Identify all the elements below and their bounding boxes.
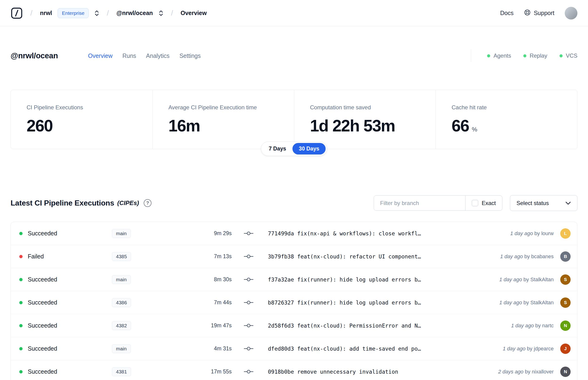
commit-icon [244,277,254,282]
cipe-row[interactable]: Succeeded main 4m 31s dfed80d3 feat(nx-c… [11,337,577,360]
exact-filter: Exact [465,196,502,210]
commit-message[interactable]: dfed80d3 feat(nx-cloud): add time-saved … [264,346,495,352]
exact-checkbox[interactable] [472,200,478,206]
avatar: N [560,367,570,377]
tab-overview[interactable]: Overview [88,53,113,59]
branch-badge[interactable]: 4382 [112,321,131,330]
stat-value: 260 [27,116,53,135]
avatar: B [560,251,570,262]
branch-badge[interactable]: 4381 [112,367,131,376]
cipe-duration: 9m 29s [163,230,234,237]
commit-icon [244,346,254,351]
cipe-row[interactable]: Succeeded main 9m 29s 771499da fix(nx-ap… [11,222,577,245]
status-replay[interactable]: Replay [523,53,547,59]
status-dot [487,54,490,57]
stat-label: Cache hit rate [452,104,572,111]
cipe-status: Succeeded [28,345,105,352]
breadcrumb-page: Overview [181,10,207,17]
cipe-row[interactable]: Succeeded 4386 7m 44s b8726327 fix(runne… [11,291,577,314]
top-navbar: / nrwl Enterprise / @nrwl/ocean / Overvi… [0,0,588,26]
cipe-meta: 2 days ago by nixallover [491,369,554,375]
status-agents[interactable]: Agents [487,53,511,59]
exact-label: Exact [482,200,496,207]
commit-message[interactable]: 771499da fix(nx-api & workflows): close … [264,230,503,237]
cipe-status: Succeeded [28,230,105,237]
branch-filter-group: Exact [374,195,502,211]
stat-card-ci-executions: CI Pipeline Executions 260 [11,90,152,149]
cipe-duration: 7m 13s [163,253,234,260]
range-30-days-button[interactable]: 30 Days [293,143,326,154]
breadcrumb: / nrwl Enterprise / @nrwl/ocean / Overvi… [11,7,207,19]
cipe-duration: 17m 55s [163,368,234,375]
status-label: Replay [530,53,547,59]
status-select-dropdown[interactable]: Select status [510,195,577,211]
enterprise-badge: Enterprise [58,8,89,18]
range-7-days-button[interactable]: 7 Days [262,143,292,154]
status-label: VCS [566,53,577,59]
commit-message[interactable]: 2d58f6d3 feat(nx-cloud): PermissionError… [264,323,504,329]
branch-badge[interactable]: main [112,229,131,238]
stat-value: 16m [168,116,200,135]
branch-badge[interactable]: 4385 [112,252,131,261]
stat-label: Average CI Pipeline Execution time [168,104,289,111]
branch-badge[interactable]: main [112,344,131,353]
commit-message[interactable]: b8726327 fix(runner): hide log upload er… [264,300,492,306]
stat-label: CI Pipeline Executions [27,104,148,111]
stat-card-cache-hit-rate: Cache hit rate 66% [436,90,577,149]
commit-icon [244,369,254,374]
branch-badge[interactable]: main [112,275,131,284]
cipe-meta: 1 day ago by StalkAltan [492,277,554,283]
cipe-meta: 1 day ago by nartc [504,323,554,329]
status-label: Agents [493,53,511,59]
cipe-row[interactable]: Succeeded 4381 17m 55s 0918b0be remove u… [11,360,577,380]
org-switcher-icon[interactable] [94,10,99,17]
commit-message[interactable]: f37a32ae fix(runner): hide log upload er… [264,277,492,283]
cipe-duration: 7m 44s [163,299,234,306]
date-range-toggle: 7 Days 30 Days [261,142,327,156]
tab-settings[interactable]: Settings [179,53,201,59]
cipes-header: Latest CI Pipeline Executions (CIPEs) ? … [0,195,588,211]
cipe-row[interactable]: Succeeded 4382 19m 47s 2d58f6d3 feat(nx-… [11,314,577,337]
breadcrumb-org[interactable]: nrwl [40,10,52,17]
cipes-title-suffix: (CIPEs) [117,199,139,207]
commit-message[interactable]: 3b79fb38 feat(nx-cloud): refactor UI com… [264,253,493,260]
breadcrumb-separator: / [169,9,175,18]
stat-card-time-saved: Computation time saved 1d 22h 53m [294,90,436,149]
docs-link[interactable]: Docs [500,10,513,17]
cipe-meta: 1 day ago by bcabanes [493,253,554,260]
commit-icon [244,231,254,236]
avatar: L [560,228,570,239]
status-dot [523,54,526,57]
status-vcs[interactable]: VCS [560,53,577,59]
breadcrumb-separator: / [105,9,111,18]
tab-runs[interactable]: Runs [122,53,136,59]
cipe-meta: 1 day ago by jdpearce [495,346,554,352]
lifebuoy-icon [524,9,531,18]
branch-filter-input[interactable] [374,196,465,210]
status-dot [19,301,23,304]
commit-icon [244,300,254,305]
support-link[interactable]: Support [524,9,554,18]
tab-analytics[interactable]: Analytics [146,53,170,59]
commit-message[interactable]: 0918b0be remove unnecessary invalidation [264,369,491,375]
cipe-meta: 1 day ago by lourw [503,230,554,237]
branch-badge[interactable]: 4386 [112,298,131,307]
help-icon[interactable]: ? [144,199,152,207]
commit-icon [244,254,254,259]
status-dot [19,232,23,235]
status-dot [19,324,23,327]
avatar: S [560,298,570,308]
cipe-row[interactable]: Failed 4385 7m 13s 3b79fb38 feat(nx-clou… [11,245,577,268]
workspace-tabs: Overview Runs Analytics Settings [88,53,201,59]
stat-value: 1d 22h 53m [310,116,395,135]
stats-cards: CI Pipeline Executions 260 Average CI Pi… [11,90,577,149]
user-avatar[interactable] [565,7,577,19]
cipe-row[interactable]: Succeeded main 8m 30s f37a32ae fix(runne… [11,268,577,291]
avatar: S [560,274,570,285]
nx-cloud-logo[interactable] [11,7,23,19]
stat-value: 66 [452,116,469,135]
cipe-status: Succeeded [28,322,105,329]
stat-card-avg-execution-time: Average CI Pipeline Execution time 16m [152,90,294,149]
breadcrumb-workspace[interactable]: @nrwl/ocean [116,10,153,17]
workspace-switcher-icon[interactable] [158,10,163,17]
